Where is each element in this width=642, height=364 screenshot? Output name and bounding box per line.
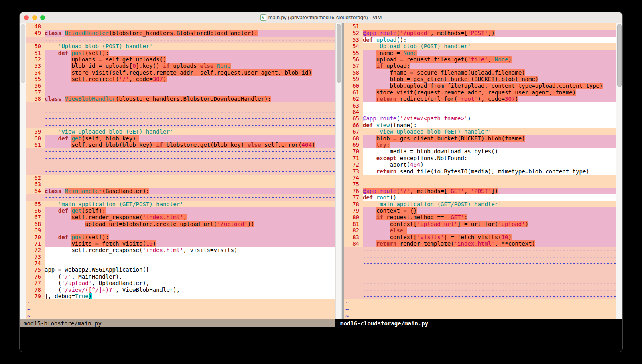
code-line: 74: [344, 175, 616, 181]
code-line: 71 visits = fetch_visits(10): [26, 240, 335, 247]
diff-filler-line: ----------------------------------------…: [344, 254, 616, 260]
diff-filler-line: ----------------------------------------…: [26, 115, 335, 122]
nontext-tilde-line: ~: [344, 299, 616, 306]
diff-filler-line: ----------------------------------------…: [344, 266, 616, 273]
code-line: 48: [26, 23, 335, 30]
code-line: 64class MainHandler(BaseHandler):: [26, 188, 335, 194]
middle-scrollbar[interactable]: [335, 23, 342, 319]
code-line: 65@app.route('/view/<path:fname>'): [344, 115, 616, 122]
code-line: 76 ('/', MainHandler),: [26, 273, 335, 280]
code-line: 56: [26, 83, 335, 89]
code-line: 52 uploads = self.get_uploads(): [26, 56, 335, 63]
nontext-tilde-line: ~: [26, 299, 335, 306]
code-line: 76@app.route('/', methods=['GET', 'POST'…: [344, 188, 616, 194]
code-line: 62: [26, 175, 335, 181]
code-line: 70 def post(self):: [26, 234, 335, 240]
nontext-tilde-line: ~: [344, 313, 616, 319]
code-line: 56 upload = request.files.get('file', No…: [344, 56, 616, 63]
code-line: 64: [344, 109, 616, 115]
code-line: 63: [26, 181, 335, 187]
code-line: 81 context['upload_url'] = url_for('uplo…: [344, 221, 616, 227]
code-line: 53def upload():: [344, 37, 616, 43]
code-line: 67 'view uploaded blob (GET) handler': [344, 128, 616, 135]
code-line: 50 'Upload blob (POST) handler': [26, 43, 335, 49]
code-line: 49class UploadHandler(blobstore_handlers…: [26, 30, 335, 36]
diff-filler-line: ----------------------------------------…: [344, 273, 616, 280]
code-line: 51: [344, 23, 616, 30]
code-line: 82 else:: [344, 227, 616, 234]
diff-filler-line: ----------------------------------------…: [26, 37, 335, 43]
code-line: 84 return render_template('index.html', …: [344, 240, 616, 247]
diff-filler-line: ----------------------------------------…: [26, 109, 335, 115]
diff-filler-line: ----------------------------------------…: [26, 168, 335, 175]
code-line: 61 self.send_blob(blob_key) if blobstore…: [26, 142, 335, 148]
command-line-area: [20, 327, 622, 352]
title-bar[interactable]: V main.py (/private/tmp/mod16-cloudstora…: [20, 12, 622, 23]
document-icon: V: [260, 14, 266, 21]
code-line: 77def root():: [344, 194, 616, 201]
left-edge-scrollbar[interactable]: [20, 23, 26, 319]
code-line: 59 'view uploaded blob (GET) handler': [26, 128, 335, 135]
code-line: 71 except exceptions.NotFound:: [344, 155, 616, 161]
code-line: 68 blob = gcs_client.bucket(BUCKET).blob…: [344, 135, 616, 142]
code-line: 75app = webapp2.WSGIApplication([: [26, 266, 335, 273]
code-line: 55 fname = None: [344, 50, 616, 56]
right-scrollbar-thumb[interactable]: [617, 24, 622, 87]
code-line: 58 fname = secure_filename(upload.filena…: [344, 69, 616, 76]
code-line: 72 self.render_response('index.html', vi…: [26, 247, 335, 253]
window-title: main.py (/private/tmp/mod16-cloudstorage…: [268, 14, 382, 20]
middle-scrollbar-thumb[interactable]: [337, 24, 341, 83]
code-line: 52@app.route('/upload', methods=['POST']…: [344, 30, 616, 36]
code-line: 51 def post(self):: [26, 50, 335, 56]
code-line: 65 'main application (GET/POST) handler': [26, 201, 335, 207]
code-line: 77 ('/upload', UploadHandler),: [26, 280, 335, 286]
code-line: 57: [26, 89, 335, 96]
vimdiff-content: 4849class UploadHandler(blobstore_handle…: [20, 23, 622, 327]
diff-filler-line: ----------------------------------------…: [344, 247, 616, 253]
code-line: 75: [344, 181, 616, 187]
code-line: 53 blob_id = uploads[0].key() if uploads…: [26, 63, 335, 69]
diff-filler-line: ----------------------------------------…: [344, 260, 616, 266]
code-line: 54 store_visit(self.request.remote_addr,…: [26, 69, 335, 76]
code-line: 59 blob = gcs_client.bucket(BUCKET).blob…: [344, 76, 616, 82]
code-line: 73 return send_file(io.BytesIO(media), m…: [344, 168, 616, 175]
diff-filler-line: ----------------------------------------…: [344, 287, 616, 293]
diff-filler-line: ----------------------------------------…: [26, 155, 335, 161]
statusline-right: mod16-cloudstorage/main.py: [335, 319, 622, 327]
window-title-area: V main.py (/private/tmp/mod16-cloudstora…: [20, 14, 622, 21]
statusline-left: mod15-blobstore/main.py: [20, 319, 335, 327]
left-editor-pane[interactable]: 4849class UploadHandler(blobstore_handle…: [26, 23, 335, 319]
diff-filler-line: ----------------------------------------…: [26, 161, 335, 168]
code-line: 83 context['visits'] = fetch_visits(10): [344, 234, 616, 240]
right-scrollbar[interactable]: [616, 23, 622, 319]
code-line: 80 if request.method == 'GET':: [344, 214, 616, 220]
code-line: 79], debug=True): [26, 293, 335, 299]
diff-filler-line: ----------------------------------------…: [26, 148, 335, 155]
diff-filler-line: ----------------------------------------…: [344, 293, 616, 299]
macvim-window: V main.py (/private/tmp/mod16-cloudstora…: [20, 12, 622, 352]
nontext-tilde-line: ~: [26, 313, 335, 319]
left-edge-scrollbar-thumb[interactable]: [21, 24, 25, 83]
code-line: 63: [344, 102, 616, 109]
code-line: 78 ('/view/([^/]+)?', ViewBlobHandler),: [26, 287, 335, 293]
diff-filler-line: ----------------------------------------…: [26, 102, 335, 109]
code-line: 68 upload_url=blobstore.create_upload_ur…: [26, 221, 335, 227]
right-editor-pane[interactable]: 5152@app.route('/upload', methods=['POST…: [344, 23, 616, 319]
code-line: 70 media = blob.download_as_bytes(): [344, 148, 616, 155]
code-line: 78 'main application (GET/POST) handler': [344, 201, 616, 207]
code-line: 61 store_visit(request.remote_addr, requ…: [344, 89, 616, 96]
code-line: 62 return redirect(url_for('root'), code…: [344, 96, 616, 102]
code-line: 79 context = {}: [344, 207, 616, 214]
code-line: 72 abort(404): [344, 161, 616, 168]
code-line: 54 'Upload blob (POST) handler': [344, 43, 616, 49]
code-line: 69: [26, 227, 335, 234]
code-line: 55 self.redirect('/', code=307): [26, 76, 335, 82]
nontext-tilde-line: ~: [344, 306, 616, 313]
diff-filler-line: ----------------------------------------…: [26, 194, 335, 201]
code-line: 74: [26, 260, 335, 266]
code-line: 66def view(fname):: [344, 122, 616, 128]
diff-filler-line: ----------------------------------------…: [344, 280, 616, 286]
code-line: 69 try:: [344, 142, 616, 148]
code-line: 57 if upload:: [344, 63, 616, 69]
nontext-tilde-line: ~: [26, 306, 335, 313]
